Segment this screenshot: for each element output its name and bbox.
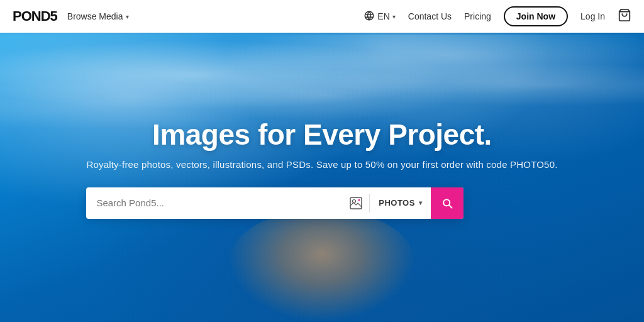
hero-subtitle: Royalty-free photos, vectors, illustrati… [86,159,557,170]
chevron-down-icon: ▾ [126,13,129,20]
hero-section: Images for Every Project. Royalty-free p… [0,0,644,322]
search-bar: PHOTOS ▾ [86,187,464,219]
pricing-link[interactable]: Pricing [464,11,491,21]
svg-point-1 [353,199,356,203]
search-input[interactable] [86,197,347,208]
globe-icon [364,10,375,23]
log-in-link[interactable]: Log In [580,11,605,21]
join-now-button[interactable]: Join Now [504,6,568,26]
swimmer-image [228,209,416,322]
browse-media-menu[interactable]: Browse Media ▾ [67,11,129,21]
cart-icon[interactable] [618,8,631,25]
search-icon [441,197,453,209]
chevron-down-icon: ▾ [419,199,423,206]
language-selector[interactable]: EN ▾ [364,10,395,23]
language-label: EN [377,11,389,21]
hero-content: Images for Every Project. Royalty-free p… [86,118,557,219]
contact-us-link[interactable]: Contact Us [408,11,452,21]
search-button[interactable] [431,187,464,219]
header: POND5 Browse Media ▾ EN ▾ Contact Us Pri… [0,0,644,33]
browse-media-label: Browse Media [67,11,123,21]
svg-rect-0 [350,197,362,209]
hero-title: Images for Every Project. [86,118,557,152]
svg-point-2 [358,199,360,201]
logo[interactable]: POND5 [13,8,57,25]
category-label: PHOTOS [379,198,415,208]
ai-search-icon[interactable] [347,196,369,210]
logo-text: POND5 [13,8,57,25]
chevron-down-icon: ▾ [392,13,396,20]
category-dropdown[interactable]: PHOTOS ▾ [370,198,431,208]
header-right: EN ▾ Contact Us Pricing Join Now Log In [364,6,631,26]
